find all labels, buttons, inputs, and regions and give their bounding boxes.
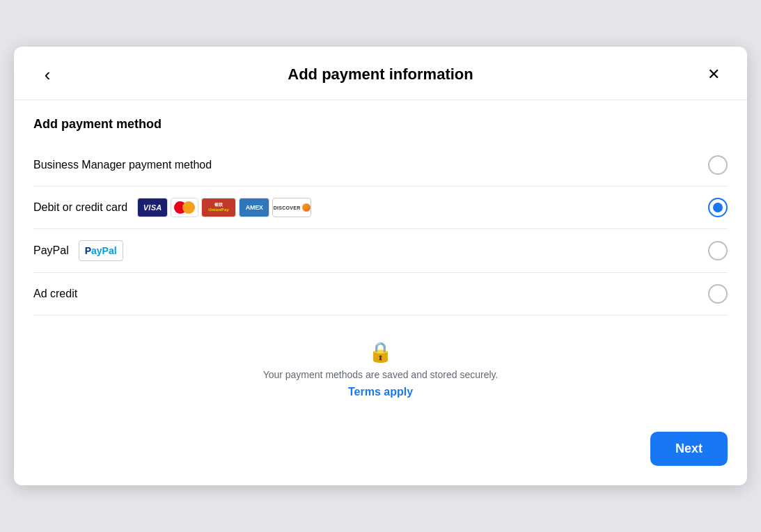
radio-debit-credit[interactable] (708, 198, 728, 217)
section-title: Add payment method (33, 117, 728, 132)
modal-header: ‹ Add payment information ✕ (14, 47, 747, 100)
modal-title: Add payment information (61, 65, 700, 84)
option-label-ad-credit: Ad credit (33, 288, 77, 300)
modal-body: Add payment method Business Manager paym… (14, 100, 747, 432)
payment-option-debit-credit[interactable]: Debit or credit card VISA 银联 UnionPay (33, 187, 728, 229)
option-label-paypal: PayPal (33, 244, 69, 257)
option-left-business: Business Manager payment method (33, 159, 212, 171)
discover-icon: DISCOVER (272, 198, 311, 217)
option-label-debit: Debit or credit card (33, 201, 127, 214)
payment-option-ad-credit[interactable]: Ad credit (33, 273, 728, 315)
option-left-ad-credit: Ad credit (33, 288, 77, 300)
next-button[interactable]: Next (650, 432, 728, 466)
paypal-aypal: ayPal (91, 245, 117, 256)
card-icons: VISA 银联 UnionPay AMEX (137, 198, 311, 217)
security-section: 🔒 Your payment methods are saved and sto… (33, 341, 728, 398)
paypal-p: P (85, 245, 91, 256)
radio-paypal[interactable] (708, 241, 728, 260)
option-left-debit: Debit or credit card VISA 银联 UnionPay (33, 198, 311, 217)
payment-option-business-manager[interactable]: Business Manager payment method (33, 144, 728, 187)
modal-footer: Next (14, 432, 747, 485)
security-text: Your payment methods are saved and store… (263, 369, 499, 380)
mastercard-icon (171, 198, 198, 217)
option-left-paypal: PayPal PayPal (33, 240, 123, 261)
radio-business-manager[interactable] (708, 155, 728, 175)
payment-option-paypal[interactable]: PayPal PayPal (33, 229, 728, 273)
radio-inner-selected (713, 203, 723, 212)
close-icon: ✕ (707, 65, 720, 84)
back-button[interactable]: ‹ (33, 61, 61, 88)
option-label-business: Business Manager payment method (33, 159, 212, 171)
visa-icon: VISA (137, 198, 168, 217)
radio-ad-credit[interactable] (708, 284, 728, 304)
lock-icon: 🔒 (368, 341, 393, 363)
amex-icon: AMEX (239, 198, 269, 217)
back-icon: ‹ (45, 64, 51, 86)
terms-link[interactable]: Terms apply (348, 386, 413, 398)
unionpay-icon: 银联 UnionPay (201, 198, 236, 217)
close-button[interactable]: ✕ (700, 61, 728, 88)
payment-modal: ‹ Add payment information ✕ Add payment … (14, 47, 747, 485)
paypal-logo: PayPal (79, 240, 123, 261)
